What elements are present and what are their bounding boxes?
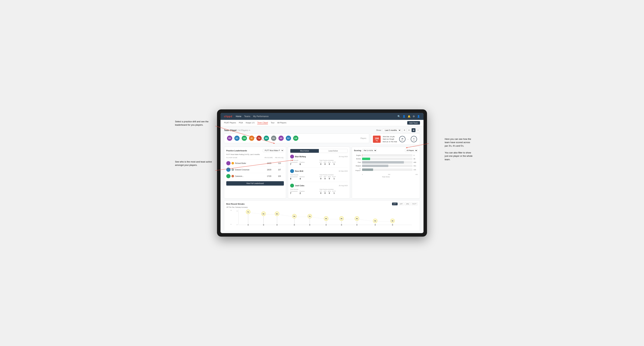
player-avatar-4[interactable]: JC bbox=[249, 136, 254, 141]
sub-nav-tour[interactable]: Tour bbox=[271, 122, 274, 124]
pac2-rounds: Total Rounds Tournament 8 Practice bbox=[290, 174, 318, 180]
nav-my-performance[interactable]: My Performance bbox=[253, 115, 268, 118]
streaks-filter-app[interactable]: APP bbox=[398, 202, 404, 205]
player-avatar-9[interactable]: DJ bbox=[286, 136, 291, 141]
most-active-toggle[interactable]: Most Active bbox=[290, 149, 319, 153]
view-grid-large[interactable]: ▦ bbox=[412, 128, 416, 132]
shot-dist: Shot Dist: 16 yds bbox=[383, 135, 397, 138]
view-list[interactable]: ≡ bbox=[416, 128, 420, 132]
col-player-name: PLAYER NAME bbox=[226, 157, 264, 159]
team-header: Team Clippd | 14 Players ✏ Show: Last 3 … bbox=[224, 128, 420, 132]
bar-value-birdies: 96 bbox=[414, 158, 418, 160]
annotation-left-1: Select a practice drill and see the lead… bbox=[175, 120, 214, 127]
svg-point-28 bbox=[341, 224, 342, 226]
player-filter-select[interactable]: All Players bbox=[405, 149, 418, 152]
bell-icon[interactable]: 🔔 bbox=[408, 115, 410, 118]
bar-row-dbogeys: D. Bogeys+ 131 bbox=[354, 168, 418, 171]
bar-track-pars bbox=[362, 161, 412, 164]
sub-nav-team-clippd[interactable]: Team Clippd bbox=[257, 121, 268, 124]
show-select[interactable]: Last 3 months bbox=[383, 128, 401, 132]
pac1-rounds: Total Rounds Tournament 7 Practice bbox=[290, 160, 318, 166]
pac3-arg: ARG 0 bbox=[328, 190, 331, 194]
view-grid-small[interactable]: ⊞ bbox=[402, 128, 406, 132]
person-icon[interactable]: 👤 bbox=[402, 115, 406, 118]
pac2-date: 02 Sep 2023 bbox=[339, 170, 348, 172]
nav-teams[interactable]: Teams bbox=[244, 115, 250, 118]
lb-avg-2: 107 bbox=[275, 169, 284, 171]
scoring-bar-chart: Eagles 3 Birdies bbox=[354, 154, 418, 173]
pac1-practice: Practice 6 bbox=[300, 162, 305, 166]
streaks-chart-container: A F bbox=[226, 209, 418, 229]
player-avatar-8[interactable]: AR bbox=[278, 136, 284, 141]
streaks-header: Best Round Streaks OTT APP ARG PUTT bbox=[226, 202, 418, 205]
player-avatar-1[interactable]: RB bbox=[227, 136, 232, 141]
drill-select[interactable]: PUTT Must Make Putting... bbox=[263, 149, 284, 152]
view-full-leaderboard-button[interactable]: View Full Leaderboard bbox=[226, 181, 284, 185]
practice-lb-title: Practice Leaderboards bbox=[226, 150, 247, 152]
streaks-filter-putt[interactable]: PUTT bbox=[411, 202, 418, 205]
streaks-filter-arg[interactable]: ARG bbox=[404, 202, 410, 205]
player-avatar-2[interactable]: EC bbox=[234, 136, 240, 141]
streaks-filter-ott[interactable]: OTT bbox=[392, 202, 398, 205]
settings-icon[interactable]: ⚙ bbox=[413, 115, 415, 118]
streaks-subtitle: Off The Tee, Fairway Accuracy bbox=[226, 206, 418, 208]
pac3-tournament: Tournament 7 bbox=[290, 190, 298, 194]
sub-nav-all-players[interactable]: All Players bbox=[278, 122, 286, 124]
pac2-player: Rees Britt bbox=[290, 169, 303, 173]
lb-player-1: 1 Richard Butler bbox=[226, 161, 263, 165]
bar-value-dbogeys: 131 bbox=[414, 169, 418, 171]
bar-fill-birdies bbox=[362, 158, 370, 160]
lb-row-1: 1 Richard Butler 19/20 110 bbox=[226, 160, 284, 167]
annotation-left-2: See who is the most and least active amo… bbox=[175, 160, 214, 167]
sub-nav-pga[interactable]: PGA bbox=[239, 122, 243, 124]
bar-value-pars: 499 bbox=[414, 162, 418, 163]
sub-nav-hcaps[interactable]: Hcaps 1-5 bbox=[246, 122, 254, 124]
pac3-player: Josh Coles bbox=[290, 184, 304, 187]
player-avatar-10[interactable]: LW bbox=[293, 136, 298, 141]
par-filter-select[interactable]: Par 3, 4 & 5s bbox=[362, 149, 377, 152]
bar-track-dbogeys bbox=[362, 169, 412, 171]
circle2-value: 0 bbox=[413, 138, 414, 140]
nav-home[interactable]: Home bbox=[236, 115, 241, 118]
player-avatar-3[interactable]: CM bbox=[242, 136, 247, 141]
search-icon[interactable]: 🔍 bbox=[398, 115, 400, 118]
lb-badge-silver: 2 bbox=[232, 169, 234, 171]
team-actions: Show: Last 3 months ⊞ ⊟ ▦ ≡ bbox=[376, 128, 420, 132]
player-avatar-6[interactable]: MB bbox=[264, 136, 269, 141]
nav-items: Home Teams My Performance bbox=[236, 115, 394, 118]
shot-end-lie: End Lie: In The Hole bbox=[383, 141, 397, 143]
pac1-stats: Total Rounds Tournament 7 Practice bbox=[290, 160, 348, 166]
bar-value-eagles: 3 bbox=[414, 155, 418, 156]
svg-point-20 bbox=[309, 224, 310, 226]
shot-circle-2: 0 yds bbox=[411, 136, 417, 142]
shot-unit: SQ bbox=[374, 140, 379, 141]
scoring-title: Scoring bbox=[354, 149, 361, 152]
shot-start-lie: Start Lie: Rough bbox=[383, 138, 397, 140]
pac3-putt: PUTT 1 bbox=[332, 190, 336, 194]
bar-fill-dbogeys bbox=[362, 169, 373, 171]
player-count: | 14 Players ✏ bbox=[237, 129, 250, 132]
lb-column-headers: PLAYER NAME PB SCORE PB AVG SQ bbox=[226, 157, 284, 159]
axis-0: 0 bbox=[362, 174, 363, 175]
pac2-putt: PUTT 1 bbox=[332, 176, 336, 180]
add-team-button[interactable]: Add Team bbox=[407, 121, 420, 125]
least-active-toggle[interactable]: Least Active bbox=[319, 149, 348, 153]
player-activity-3: Josh Coles 26 Aug 2023 Total Rounds Tour bbox=[290, 184, 348, 196]
player-avatar-7[interactable]: PK bbox=[271, 136, 276, 141]
view-grid-medium[interactable]: ⊟ bbox=[407, 128, 411, 132]
pac3-activities: Total Practice Activities OTT 0 APP bbox=[320, 188, 348, 194]
axis-200: 200 bbox=[388, 174, 390, 175]
pac2-ott: OTT 0 bbox=[320, 176, 322, 180]
player-avatar-5[interactable]: TH bbox=[256, 136, 262, 141]
lb-badge-bronze: 3 bbox=[232, 175, 234, 177]
user-avatar-icon[interactable]: 👤 bbox=[417, 115, 420, 118]
pac1-putt: PUTT 1 bbox=[332, 162, 336, 165]
most-least-active-card: Most Active Least Active Blair McHarg 26… bbox=[288, 147, 350, 198]
tablet-frame: clippd Home Teams My Performance 🔍 👤 🔔 ⚙… bbox=[217, 109, 427, 237]
pac1-arg: ARG 0 bbox=[328, 162, 331, 165]
sub-nav-pgat[interactable]: PGAT Players bbox=[224, 122, 236, 124]
best-round-streaks-section: Best Round Streaks OTT APP ARG PUTT Off … bbox=[224, 200, 420, 231]
circle1-unit: yds bbox=[401, 140, 404, 141]
bar-fill-pars bbox=[362, 161, 404, 164]
team-name: Team Clippd | 14 Players ✏ bbox=[224, 129, 250, 132]
